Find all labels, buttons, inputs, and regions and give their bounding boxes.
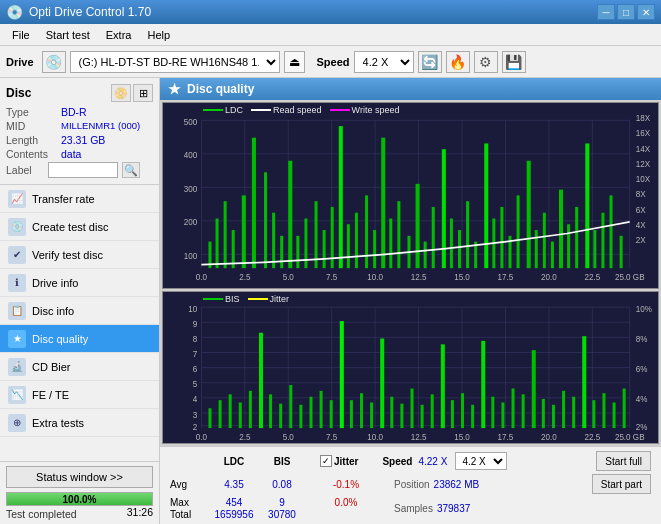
nav-verify-test-disc[interactable]: ✔ Verify test disc	[0, 241, 159, 269]
jitter-check-container[interactable]: ✓ Jitter	[320, 455, 358, 467]
disc-info-icon: 📋	[8, 302, 26, 320]
svg-rect-115	[239, 402, 242, 428]
svg-text:10.0: 10.0	[367, 271, 383, 282]
nav-label-extra-tests: Extra tests	[32, 417, 84, 429]
samples-label: Samples	[394, 503, 433, 514]
stats-area: LDC BIS ✓ Jitter Speed 4.22 X 4.2 X Star…	[160, 446, 661, 524]
menu-file[interactable]: File	[4, 27, 38, 43]
svg-rect-51	[500, 207, 503, 268]
svg-rect-44	[442, 149, 446, 268]
svg-rect-25	[280, 236, 283, 268]
status-time: 31:26	[127, 506, 153, 520]
chart-bottom-legend: BIS Jitter	[203, 294, 289, 304]
svg-rect-21	[242, 195, 246, 268]
svg-rect-153	[623, 388, 626, 428]
legend-ldc: LDC	[225, 105, 243, 115]
drive-select[interactable]: (G:) HL-DT-ST BD-RE WH16NS48 1.D3	[70, 51, 280, 73]
svg-rect-149	[582, 336, 586, 428]
eject-button[interactable]: ⏏	[284, 51, 305, 73]
svg-rect-112	[208, 408, 211, 428]
svg-rect-116	[249, 391, 252, 428]
svg-text:2X: 2X	[636, 234, 646, 245]
drive-label: Drive	[6, 56, 34, 68]
nav-create-test-disc[interactable]: 💿 Create test disc	[0, 213, 159, 241]
svg-text:10: 10	[188, 303, 197, 314]
nav-drive-info[interactable]: ℹ Drive info	[0, 269, 159, 297]
svg-rect-45	[450, 218, 453, 268]
svg-rect-142	[512, 388, 515, 428]
drive-info-icon: ℹ	[8, 274, 26, 292]
fe-te-icon: 📉	[8, 386, 26, 404]
ldc-header: LDC	[210, 456, 258, 467]
menu-bar: File Start test Extra Help	[0, 24, 661, 46]
nav-disc-quality[interactable]: ★ Disc quality	[0, 325, 159, 353]
drive-icon-btn[interactable]: 💿	[42, 51, 66, 73]
label-input[interactable]	[48, 162, 118, 178]
svg-text:5: 5	[193, 379, 198, 390]
svg-text:7.5: 7.5	[326, 431, 337, 442]
svg-rect-128	[370, 402, 373, 428]
svg-rect-22	[252, 138, 256, 269]
dq-title: Disc quality	[187, 82, 254, 96]
label-key: Label	[6, 164, 44, 176]
svg-text:6%: 6%	[636, 364, 648, 375]
svg-rect-117	[259, 333, 263, 428]
svg-text:6: 6	[193, 364, 198, 375]
minimize-button[interactable]: ─	[597, 4, 615, 20]
chart-top-legend: LDC Read speed Write speed	[203, 105, 399, 115]
contents-val: data	[61, 148, 81, 160]
svg-rect-131	[400, 403, 403, 427]
svg-rect-56	[543, 213, 546, 268]
start-full-button[interactable]: Start full	[596, 451, 651, 471]
svg-rect-27	[296, 236, 299, 268]
menu-start-test[interactable]: Start test	[38, 27, 98, 43]
save-button[interactable]: 💾	[502, 51, 526, 73]
nav-label-cd-bier: CD Bier	[32, 361, 71, 373]
speed-select[interactable]: 4.2 X	[354, 51, 414, 73]
extra-tests-icon: ⊕	[8, 414, 26, 432]
nav-label-fe-te: FE / TE	[32, 389, 69, 401]
transfer-rate-icon: 📈	[8, 190, 26, 208]
svg-rect-38	[389, 218, 392, 268]
burn-button[interactable]: 🔥	[446, 51, 470, 73]
svg-text:12X: 12X	[636, 158, 651, 169]
action-buttons: Start full	[596, 451, 651, 471]
menu-extra[interactable]: Extra	[98, 27, 140, 43]
speed-select-stats[interactable]: 4.2 X	[455, 452, 507, 470]
svg-text:8%: 8%	[636, 333, 648, 344]
svg-rect-126	[350, 400, 353, 428]
refresh-button[interactable]: 🔄	[418, 51, 442, 73]
verify-test-disc-icon: ✔	[8, 246, 26, 264]
start-part-button[interactable]: Start part	[592, 474, 651, 494]
svg-text:9: 9	[193, 318, 198, 329]
svg-rect-65	[620, 236, 623, 268]
title-bar: 💿 Opti Drive Control 1.70 ─ □ ✕	[0, 0, 661, 24]
nav-cd-bier[interactable]: 🔬 CD Bier	[0, 353, 159, 381]
svg-rect-146	[552, 405, 555, 428]
disc-icon-btn1[interactable]: 📀	[111, 84, 131, 102]
total-ldc: 1659956	[210, 509, 258, 520]
svg-rect-130	[390, 396, 393, 427]
nav-transfer-rate[interactable]: 📈 Transfer rate	[0, 185, 159, 213]
sidebar: Disc 📀 ⊞ Type BD-R MID MILLENMR1 (000) L…	[0, 78, 160, 524]
jitter-label: Jitter	[334, 456, 358, 467]
nav-label-disc-quality: Disc quality	[32, 333, 88, 345]
disc-icon-btn2[interactable]: ⊞	[133, 84, 153, 102]
svg-rect-35	[365, 195, 368, 268]
svg-rect-119	[279, 403, 282, 427]
settings-button[interactable]: ⚙	[474, 51, 498, 73]
avg-bis: 0.08	[262, 479, 302, 490]
svg-text:2.5: 2.5	[239, 271, 250, 282]
window-controls: ─ □ ✕	[597, 4, 655, 20]
nav-disc-info[interactable]: 📋 Disc info	[0, 297, 159, 325]
label-btn[interactable]: 🔍	[122, 162, 140, 178]
status-window-btn[interactable]: Status window >>	[6, 466, 153, 488]
close-button[interactable]: ✕	[637, 4, 655, 20]
svg-text:7: 7	[193, 348, 198, 359]
nav-fe-te[interactable]: 📉 FE / TE	[0, 381, 159, 409]
jitter-checkbox[interactable]: ✓	[320, 455, 332, 467]
svg-text:15.0: 15.0	[454, 431, 470, 442]
maximize-button[interactable]: □	[617, 4, 635, 20]
nav-extra-tests[interactable]: ⊕ Extra tests	[0, 409, 159, 437]
menu-help[interactable]: Help	[139, 27, 178, 43]
